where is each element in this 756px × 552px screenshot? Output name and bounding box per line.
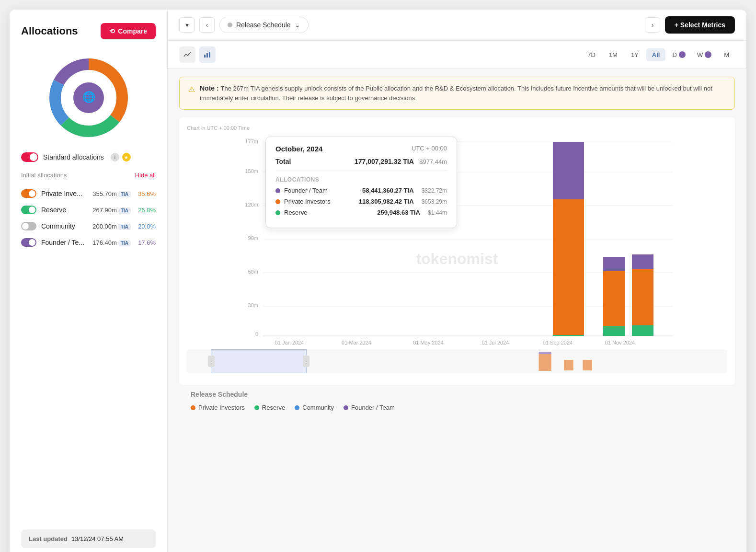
last-updated-box: Last updated 13/12/24 07:55 AM — [21, 529, 156, 548]
minimap-left-handle[interactable]: ⋮ — [208, 356, 215, 367]
all-button[interactable]: All — [646, 48, 666, 61]
founder-alloc-amount: 58,441,360.27 TIA — [362, 187, 414, 194]
note-content: Note : The 267m TIA genesis supply unloc… — [200, 84, 726, 103]
private-investors-name: Private Inve... — [41, 190, 88, 197]
svg-text:120m: 120m — [245, 202, 258, 207]
nav-prev-button[interactable]: ‹ — [199, 17, 215, 33]
w-crown-button[interactable]: W — [692, 48, 716, 61]
list-item: Community 200.00mTIA 20.0% — [21, 218, 156, 234]
note-text: The 267m TIA genesis supply unlock consi… — [200, 85, 712, 102]
legend-item-private: Private Investors — [191, 404, 245, 411]
private-investors-pct: 35.6% — [136, 190, 156, 197]
1y-button[interactable]: 1Y — [625, 48, 644, 61]
minimap-selection[interactable]: ⋮ ⋮ — [211, 349, 307, 373]
7d-button[interactable]: 7D — [582, 48, 601, 61]
svg-text:tokenomist: tokenomist — [416, 250, 498, 267]
private-alloc-amount: 118,305,982.42 TIA — [359, 198, 414, 205]
chart-area: Chart in UTC + 00:00 Time 177m 150m 120m… — [168, 117, 746, 552]
note-label: Note : — [200, 84, 221, 92]
tooltip-alloc-header: Allocations — [275, 176, 447, 183]
svg-rect-45 — [583, 360, 592, 370]
svg-text:30m: 30m — [248, 302, 258, 308]
legend-label-reserve: Reserve — [262, 404, 285, 411]
sidebar-header: Allocations ⟲ Compare — [21, 23, 156, 39]
reserve-pct: 26.8% — [136, 207, 156, 214]
legend-dot-community — [295, 405, 299, 410]
tooltip-row-reserve: Reserve 259,948.63 TIA $1.44m — [275, 209, 447, 216]
private-alloc-usd: $653.29m — [422, 198, 447, 205]
svg-text:177m: 177m — [245, 138, 258, 144]
svg-text:01 Sep 2024: 01 Sep 2024 — [543, 340, 573, 345]
top-bar: ▾ ‹ Release Schedule ⌄ › + Select Metric… — [168, 10, 746, 41]
bar-chart-button[interactable] — [199, 46, 216, 63]
community-amount: 200.00mTIA — [92, 223, 131, 230]
legend-item-reserve: Reserve — [254, 404, 285, 411]
release-schedule-title: Release Schedule — [191, 391, 723, 398]
nav-next-button[interactable]: › — [645, 17, 660, 33]
hide-all-button[interactable]: Hide all — [135, 172, 156, 179]
tooltip-month: October, 2024 — [275, 145, 322, 153]
chart-wrapper: Chart in UTC + 00:00 Time 177m 150m 120m… — [179, 117, 735, 385]
line-chart-button[interactable] — [179, 46, 195, 63]
crown-icon-w — [705, 51, 711, 58]
svg-rect-9 — [206, 53, 208, 58]
svg-rect-31 — [632, 269, 653, 326]
community-toggle[interactable] — [21, 222, 36, 230]
svg-text:🌐: 🌐 — [82, 91, 95, 104]
tooltip-utc: UTC + 00:00 — [412, 145, 447, 153]
tia-badge: TIA — [118, 240, 131, 246]
standard-allocations-toggle[interactable] — [21, 152, 38, 162]
select-metrics-button[interactable]: + Select Metrics — [665, 16, 735, 34]
warning-icon: ⚠ — [188, 85, 195, 94]
svg-rect-28 — [603, 271, 625, 326]
nav-dot — [228, 23, 232, 27]
founder-dot — [275, 188, 280, 193]
d-crown-button[interactable]: D — [667, 48, 690, 61]
svg-text:60m: 60m — [248, 269, 258, 275]
star-icon: ★ — [122, 153, 131, 161]
legend-item-founder: Founder / Team — [344, 404, 395, 411]
chart-minimap[interactable]: ⋮ ⋮ — [187, 349, 727, 373]
list-item: Founder / Te... 176.40mTIA 17.6% — [21, 234, 156, 251]
reserve-amount: 267.90mTIA — [92, 207, 131, 214]
svg-text:01 Jul 2024: 01 Jul 2024 — [482, 340, 509, 345]
svg-rect-33 — [632, 325, 653, 336]
svg-rect-27 — [553, 335, 584, 336]
compare-button[interactable]: ⟲ Compare — [101, 23, 156, 39]
tooltip-row-founder: Founder / Team 58,441,360.27 TIA $322.72… — [275, 187, 447, 194]
svg-rect-8 — [204, 55, 206, 58]
svg-rect-10 — [209, 52, 210, 58]
tia-badge: TIA — [118, 191, 131, 197]
dropdown-arrow: ⌄ — [295, 21, 300, 29]
legend-dot-private — [191, 405, 195, 410]
reserve-name: Reserve — [41, 206, 88, 214]
reserve-alloc-name: Reserve — [284, 209, 373, 216]
legend-label-community: Community — [302, 404, 334, 411]
svg-text:150m: 150m — [245, 168, 258, 174]
initial-allocations-header: Initial allocations Hide all — [21, 172, 156, 179]
reserve-alloc-amount: 259,948.63 TIA — [377, 209, 420, 216]
chart-utc-label: Chart in UTC + 00:00 Time — [187, 125, 727, 131]
founder-team-name: Founder / Te... — [41, 239, 88, 246]
m-button[interactable]: M — [718, 48, 735, 61]
sidebar: Allocations ⟲ Compare — [10, 10, 168, 552]
reserve-dot — [275, 210, 280, 215]
info-icon: i — [111, 153, 119, 161]
tooltip-row-private: Private Investors 118,305,982.42 TIA $65… — [275, 198, 447, 205]
1m-button[interactable]: 1M — [603, 48, 623, 61]
minimap-right-handle[interactable]: ⋮ — [303, 356, 309, 367]
reserve-toggle[interactable] — [21, 206, 36, 214]
last-updated-value: 13/12/24 07:55 AM — [71, 535, 124, 542]
reserve-alloc-usd: $1.44m — [428, 209, 447, 216]
svg-text:01 May 2024: 01 May 2024 — [413, 340, 444, 345]
private-investors-toggle[interactable] — [21, 189, 36, 198]
svg-text:0: 0 — [255, 331, 258, 337]
svg-rect-30 — [603, 326, 625, 336]
dropdown-chevron[interactable]: ▾ — [179, 17, 195, 33]
founder-team-pct: 17.6% — [136, 239, 156, 246]
release-schedule-dropdown[interactable]: Release Schedule ⌄ — [219, 17, 309, 33]
founder-team-toggle[interactable] — [21, 238, 36, 247]
svg-rect-26 — [553, 142, 584, 199]
svg-text:90m: 90m — [248, 235, 258, 241]
list-item: Reserve 267.90mTIA 26.8% — [21, 202, 156, 218]
